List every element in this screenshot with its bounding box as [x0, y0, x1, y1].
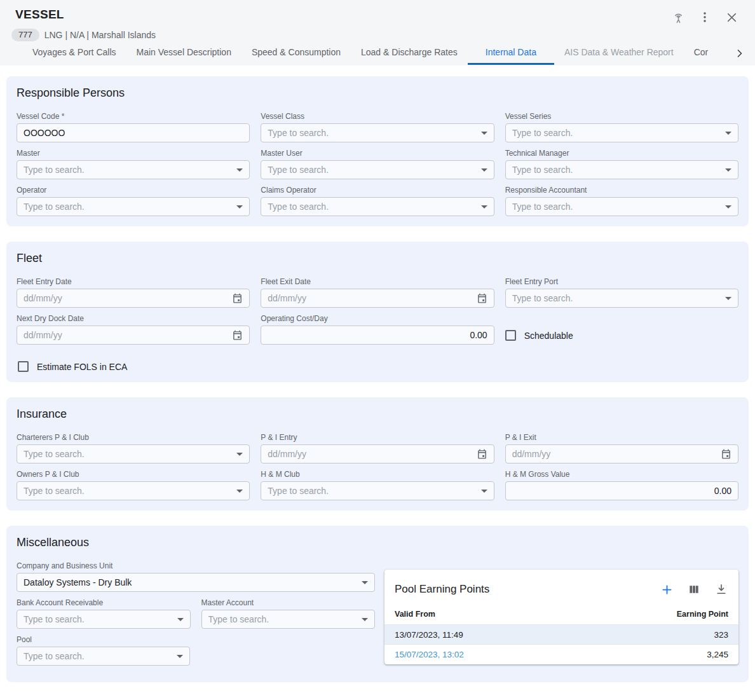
chevron-down-icon[interactable]: [481, 490, 487, 493]
chevron-down-icon[interactable]: [236, 168, 243, 172]
vessel-class-label: Vessel Class: [261, 112, 494, 121]
owners-pi-club-input[interactable]: [24, 486, 231, 496]
chevron-down-icon[interactable]: [177, 618, 184, 621]
master-user-select[interactable]: [261, 160, 494, 179]
vessel-class-input[interactable]: [268, 128, 475, 138]
calendar-icon[interactable]: [477, 449, 487, 460]
vessel-series-select[interactable]: [505, 123, 738, 142]
calendar-icon[interactable]: [477, 293, 487, 304]
owners-pi-club-select[interactable]: [17, 481, 250, 500]
chevron-down-icon[interactable]: [725, 168, 731, 172]
pi-entry-date-value[interactable]: [268, 449, 471, 459]
chevron-down-icon[interactable]: [725, 297, 731, 300]
tab-load-discharge-rates[interactable]: Load & Discharge Rates: [351, 42, 468, 65]
responsible-accountant-select[interactable]: [505, 197, 738, 216]
tab-main-vessel-description[interactable]: Main Vessel Description: [126, 42, 241, 65]
master-account-select[interactable]: [201, 610, 376, 629]
chevron-down-icon[interactable]: [362, 581, 368, 584]
calendar-icon[interactable]: [232, 293, 243, 304]
miscellaneous-form: Company and Business Unit Bank Account R…: [17, 561, 375, 666]
hm-club-input[interactable]: [268, 486, 475, 496]
table-row[interactable]: 15/07/2023, 13:02 3,245: [384, 644, 738, 664]
chevron-down-icon[interactable]: [481, 132, 487, 135]
pool-select[interactable]: [17, 647, 190, 666]
chevron-down-icon[interactable]: [236, 453, 243, 456]
estimate-fols-checkbox[interactable]: Estimate FOLS in ECA: [18, 361, 738, 372]
tab-ais-data-weather-report[interactable]: AIS Data & Weather Report: [554, 42, 684, 65]
valid-from-cell-link[interactable]: 15/07/2023, 13:02: [395, 650, 464, 659]
chevron-down-icon[interactable]: [725, 205, 731, 209]
calendar-icon[interactable]: [721, 449, 731, 460]
chevron-down-icon[interactable]: [236, 205, 243, 209]
pool-input[interactable]: [24, 651, 172, 661]
pi-entry-date-input[interactable]: [261, 444, 494, 463]
fleet-entry-date-input[interactable]: [17, 289, 250, 308]
next-dry-dock-date-value[interactable]: [24, 330, 227, 340]
chevron-down-icon[interactable]: [362, 618, 368, 621]
pi-exit-date-input[interactable]: [505, 444, 738, 463]
fleet-exit-date-value[interactable]: [268, 293, 471, 303]
tab-voyages-port-calls[interactable]: Voyages & Port Calls: [22, 42, 126, 65]
calendar-icon[interactable]: [232, 330, 243, 341]
columns-icon[interactable]: [687, 582, 701, 596]
chevron-down-icon[interactable]: [725, 132, 731, 135]
technical-manager-select[interactable]: [505, 160, 738, 179]
chevron-down-icon[interactable]: [481, 205, 487, 209]
master-user-input[interactable]: [268, 165, 475, 175]
add-icon[interactable]: [660, 582, 674, 596]
miscellaneous-two-col: Bank Account Receivable Master Account: [17, 598, 375, 629]
company-business-unit-select[interactable]: [17, 573, 375, 592]
fleet-entry-date-value[interactable]: [24, 293, 227, 303]
antenna-icon[interactable]: [670, 9, 686, 25]
operator-select[interactable]: [17, 197, 250, 216]
vessel-code-value[interactable]: [24, 128, 243, 138]
master-input[interactable]: [24, 165, 231, 175]
master-select[interactable]: [17, 160, 250, 179]
close-icon[interactable]: [723, 9, 740, 25]
insurance-grid: Charterers P & I Club P & I Entry: [17, 433, 738, 500]
table-row[interactable]: 13/07/2023, 11:49 323: [384, 624, 738, 644]
operator-input[interactable]: [24, 202, 231, 212]
bank-account-receivable-input[interactable]: [24, 614, 172, 624]
charterers-pi-club-select[interactable]: [17, 444, 250, 463]
operating-cost-day-value[interactable]: [268, 330, 487, 340]
pi-exit-date-value[interactable]: [512, 449, 716, 459]
tab-speed-consumption[interactable]: Speed & Consumption: [241, 42, 351, 65]
chevron-down-icon[interactable]: [481, 168, 487, 172]
download-icon[interactable]: [714, 582, 728, 596]
vessel-class-select[interactable]: [261, 123, 494, 142]
operating-cost-day-input[interactable]: [261, 326, 494, 345]
bank-account-receivable-select[interactable]: [17, 610, 191, 629]
hm-club-field: H & M Club: [261, 470, 494, 500]
checkbox-icon[interactable]: [505, 330, 516, 341]
chevron-right-icon[interactable]: [733, 47, 746, 65]
responsible-accountant-input[interactable]: [512, 202, 720, 212]
chevron-down-icon[interactable]: [177, 655, 183, 658]
charterers-pi-club-input[interactable]: [24, 449, 231, 459]
fleet-exit-date-input[interactable]: [261, 289, 494, 308]
fleet-entry-port-label: Fleet Entry Port: [505, 277, 738, 286]
claims-operator-select[interactable]: [261, 197, 494, 216]
window-header: VESSEL: [0, 0, 755, 65]
fleet-entry-port-select[interactable]: [505, 289, 738, 308]
schedulable-checkbox[interactable]: Schedulable: [505, 330, 573, 341]
checkbox-icon[interactable]: [18, 361, 29, 372]
company-business-unit-value[interactable]: [24, 577, 357, 587]
valid-from-cell[interactable]: 13/07/2023, 11:49: [395, 630, 463, 640]
tab-cor-truncated[interactable]: Cor: [684, 42, 719, 65]
vessel-code-input[interactable]: [17, 123, 250, 142]
vessel-series-input[interactable]: [512, 128, 720, 138]
technical-manager-input[interactable]: [512, 165, 720, 175]
tab-internal-data[interactable]: Internal Data: [468, 42, 554, 65]
next-dry-dock-date-input[interactable]: [17, 326, 250, 345]
hm-gross-value-input[interactable]: [505, 481, 738, 500]
section-title-fleet: Fleet: [17, 250, 738, 266]
fleet-entry-port-input[interactable]: [512, 293, 720, 303]
kebab-menu-icon[interactable]: [697, 9, 713, 25]
hm-gross-value-value[interactable]: [512, 486, 731, 496]
claims-operator-input[interactable]: [268, 202, 475, 212]
chevron-down-icon[interactable]: [236, 490, 243, 493]
master-account-input[interactable]: [208, 614, 357, 624]
pool-earning-points-card: Pool Earning Points: [384, 570, 738, 664]
hm-club-select[interactable]: [261, 481, 494, 500]
